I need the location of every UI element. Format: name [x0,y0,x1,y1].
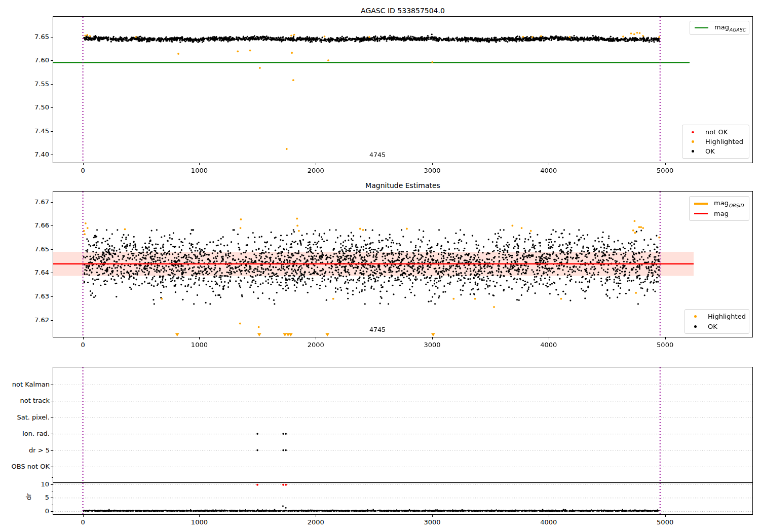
dr-tick-mark [51,511,53,512]
y-tick-mark [51,107,53,108]
y-tick-mark [51,155,53,155]
middle-count-annotation: 4745 [369,326,386,333]
dr-minor-tick-mark [52,477,53,478]
x-tick-label: 5000 [657,341,673,349]
x-tick-mark [549,337,549,339]
mag-obsid-line-swatch [694,203,708,205]
x-tick-label: 3000 [424,341,440,349]
x-tick-mark [432,515,433,517]
y-tick-label: 7.62 [27,316,49,324]
y-tick-mark [51,225,53,226]
x-tick-mark [316,515,316,517]
x-tick-label: 2000 [308,167,324,174]
y-tick-label: 7.50 [27,103,49,111]
legend-label-ok-mid: OK [708,323,717,330]
x-tick-label: 0 [81,518,85,526]
highlighted-marker-swatch [694,315,697,318]
ok-marker-swatch [694,325,697,328]
legend-mag-lines: magOBSID mag [689,196,749,221]
x-tick-mark [316,337,316,339]
x-tick-label: 4000 [540,167,557,174]
x-tick-mark [665,337,666,339]
flag-label-ion-rad-: Ion. rad. [2,430,50,437]
x-tick-label: 1000 [191,518,208,526]
x-tick-mark [83,163,84,165]
x-tick-mark [549,515,549,517]
legend-top-markers: not OK Highlighted OK [682,125,749,159]
legend-row-mag-agasc: magAGASC [695,23,744,32]
dr-tick-mark [51,484,53,485]
dr-minor-tick-mark [52,491,53,491]
y-tick-mark [51,37,53,37]
y-tick-label: 7.40 [27,150,49,158]
x-tick-mark [83,337,84,339]
legend-row-highlighted: Highlighted [687,137,744,146]
legend-label-highlighted: Highlighted [705,138,743,145]
top-plot-title: AGASC ID 533857504.0 [361,7,445,15]
x-tick-label: 3000 [424,518,440,526]
flag-label-obs-not-ok: OBS not OK [2,463,50,470]
y-tick-mark [51,417,53,418]
legend-row-ok-mid: OK [690,322,744,332]
y-tick-mark [51,249,53,250]
x-tick-mark [665,515,666,517]
x-tick-label: 0 [81,341,85,349]
highlighted-marker-swatch [692,140,694,143]
ok-marker-swatch [692,150,694,153]
legend-label-mag-obsid: magOBSID [714,199,744,208]
y-tick-mark [51,450,53,451]
x-tick-mark [83,515,84,517]
legend-label-ok: OK [705,147,715,155]
x-tick-mark [199,337,200,339]
x-tick-mark [432,337,433,339]
y-tick-label: 7.64 [27,269,49,276]
legend-row-mag-obsid: magOBSID [694,199,744,209]
top-plot-area [53,16,753,163]
y-tick-mark [51,320,53,321]
y-tick-label: 7.60 [27,56,49,64]
x-tick-label: 3000 [424,167,440,174]
y-tick-mark [51,385,53,385]
y-tick-label: 7.55 [27,80,49,88]
y-tick-label: 7.65 [27,33,49,41]
y-tick-mark [51,202,53,203]
mag-agasc-line-swatch [695,27,708,29]
flag-label-not-track: not track [2,397,50,404]
y-tick-label: 7.45 [27,127,49,135]
y-tick-mark [51,273,53,273]
dr-tick-label: 0 [27,507,49,515]
y-tick-mark [51,60,53,61]
legend-mag-agasc: magAGASC [690,21,749,35]
x-tick-label: 2000 [308,518,324,526]
y-tick-mark [51,296,53,297]
x-tick-label: 5000 [657,167,673,174]
x-tick-label: 1000 [191,341,208,349]
legend-row-mag: mag [694,209,744,219]
y-tick-mark [51,434,53,434]
legend-row-not-ok: not OK [687,127,744,137]
flag-label-dr-5: dr > 5 [2,446,50,454]
legend-label-not-ok: not OK [705,128,728,136]
middle-plot-canvas [53,192,752,337]
x-tick-label: 4000 [540,518,557,526]
flag-label-not-kalman: not Kalman [2,381,50,388]
y-tick-label: 7.66 [27,221,49,229]
x-tick-mark [432,163,433,165]
dr-tick-mark [51,498,53,498]
y-tick-mark [51,84,53,85]
middle-plot-title: Magnitude Estimates [365,181,440,189]
legend-label-mag-agasc: magAGASC [714,23,746,32]
x-tick-label: 5000 [657,518,673,526]
y-tick-mark [51,131,53,132]
y-tick-label: 7.63 [27,292,49,300]
mag-line-swatch [694,213,708,214]
y-tick-mark [51,467,53,467]
legend-middle-markers: Highlighted OK [685,309,749,334]
top-count-annotation: 4745 [369,151,386,159]
bottom-plot-area [53,367,753,515]
bottom-plot-canvas [53,367,752,514]
flag-label-sat-pixel-: Sat. pixel. [2,413,50,421]
x-tick-label: 0 [81,167,85,174]
x-tick-mark [199,515,200,517]
dr-tick-label: 5 [27,493,49,501]
